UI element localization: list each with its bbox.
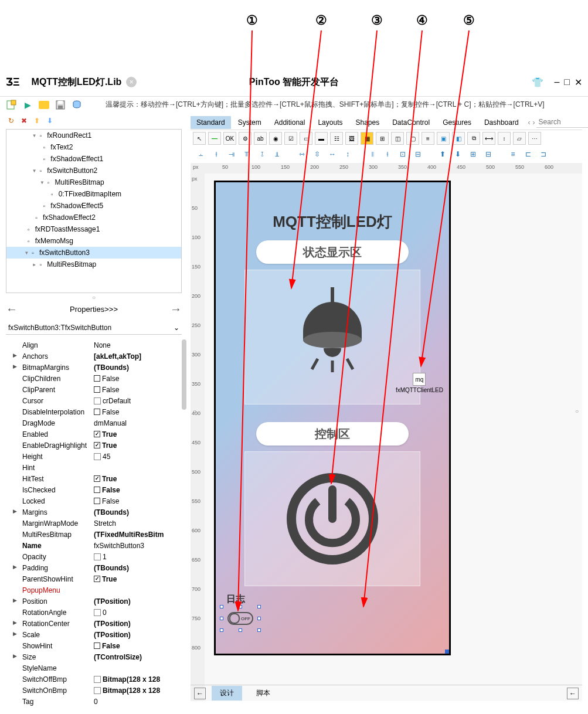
tab-script[interactable]: 脚本	[248, 686, 278, 701]
tree-item[interactable]: ▫0:TFixedBitmapItem	[6, 188, 181, 200]
chevron-down-icon[interactable]: ⌄	[174, 324, 179, 332]
property-row[interactable]: SwitchOffBmpBitmap(128 x 128	[6, 674, 182, 685]
nav-next-button[interactable]: →	[170, 302, 182, 316]
grid-comp-icon[interactable]: ⊞	[376, 132, 389, 145]
ruler-handle-right[interactable]: ○	[575, 408, 579, 414]
database-icon[interactable]	[72, 100, 82, 110]
radio-comp-icon[interactable]: ◉	[269, 132, 282, 145]
panel-comp-icon[interactable]: ▭	[300, 132, 312, 145]
tab-system[interactable]: System	[232, 116, 267, 129]
property-row[interactable]: AlignNone	[6, 339, 182, 351]
property-row[interactable]: Anchors[akLeft,akTop]	[6, 351, 182, 362]
same-width-icon[interactable]: ↔	[327, 149, 338, 159]
divider-handle[interactable]: ○	[6, 294, 182, 301]
status-display-box[interactable]	[244, 270, 420, 404]
selection-handles[interactable]	[222, 607, 259, 630]
tab-standard[interactable]: Standard	[191, 116, 231, 129]
property-row[interactable]: Hint	[6, 462, 182, 473]
property-row[interactable]: ClipParentFalse	[6, 384, 182, 395]
tab-datacontrol[interactable]: DataControl	[386, 116, 436, 129]
tab-shapes[interactable]: Shapes	[349, 116, 385, 129]
dist-h-icon[interactable]: ⇿	[296, 149, 308, 159]
label-comp-icon[interactable]: —	[208, 132, 221, 145]
align-left-icon[interactable]: ⫠	[195, 149, 207, 159]
property-row[interactable]: IsCheckedFalse	[6, 484, 182, 495]
minimize-button[interactable]: –	[554, 77, 559, 87]
center-v-icon[interactable]: ⊟	[412, 149, 424, 159]
design-surface[interactable]: MQTT控制LED灯 状态显示区 mq	[205, 174, 582, 701]
send-back-icon[interactable]: ⬇	[452, 149, 464, 159]
property-row[interactable]: ShowHintFalse	[6, 640, 182, 651]
property-row[interactable]: ClipChildrenFalse	[6, 373, 182, 384]
tab-dashboard[interactable]: Dashboard	[478, 116, 525, 129]
ungroup-icon[interactable]: ⊟	[482, 149, 494, 159]
bottom-prev-button[interactable]: ←	[194, 688, 206, 699]
delete-node-icon[interactable]: ✖	[21, 117, 30, 126]
tab-additional[interactable]: Additional	[268, 116, 311, 129]
tree-item[interactable]: ▫fxMemoMsg	[6, 235, 181, 247]
spin-comp-icon[interactable]: ↕	[498, 132, 511, 145]
more-comp-icon[interactable]: ⋯	[528, 132, 541, 145]
tree-item[interactable]: ▾ ▫fxSwitchButton3	[6, 247, 181, 259]
align-middle-icon[interactable]: ⫱	[256, 149, 268, 159]
phone-frame[interactable]: MQTT控制LED灯 状态显示区 mq	[214, 181, 451, 655]
control-box[interactable]	[244, 451, 420, 586]
rect-comp-icon[interactable]: ▬	[315, 132, 328, 145]
misc3-icon[interactable]: ⊐	[538, 149, 549, 159]
align-top-icon[interactable]: ⫪	[241, 149, 253, 159]
space-h-icon[interactable]: ⫴	[366, 149, 378, 159]
property-row[interactable]: SwitchOnBmpBitmap(128 x 128	[6, 685, 182, 696]
property-row[interactable]: Position(TPosition)	[6, 596, 182, 607]
scrollbar-thumb[interactable]	[182, 339, 186, 410]
property-row[interactable]: HitTestTrue	[6, 473, 182, 484]
ruler-handle-left[interactable]: ○	[193, 408, 196, 414]
progress-comp-icon[interactable]: ▱	[513, 132, 526, 145]
image-comp-icon[interactable]: 🖼	[345, 132, 358, 145]
stack-comp-icon[interactable]: ◧	[452, 132, 465, 145]
property-row[interactable]: CursorcrDefault	[6, 395, 182, 406]
tab-design[interactable]: 设计	[212, 686, 242, 701]
new-icon[interactable]	[6, 100, 16, 110]
property-row[interactable]: NamefxSwitchButton3	[6, 540, 182, 551]
property-row[interactable]: DisableInterpolationFalse	[6, 406, 182, 417]
property-row[interactable]: RotationCenter(TPosition)	[6, 618, 182, 629]
tab-layouts[interactable]: Layouts	[312, 116, 348, 129]
align-center-h-icon[interactable]: ⫲	[210, 149, 222, 159]
dist-v-icon[interactable]: ⇳	[311, 149, 323, 159]
button-comp-icon[interactable]: OK	[223, 132, 236, 145]
tree-item[interactable]: ▫fxShadowEffect2	[6, 212, 181, 223]
component-tree[interactable]: ▾ ▫fxRoundRect1 ▫fxText2 ▫fxShadowEffect…	[6, 129, 182, 293]
list-comp-icon[interactable]: ≡	[422, 132, 434, 145]
tree-item[interactable]: ▫fxShadowEffect1	[6, 153, 181, 165]
toolbar-comp-icon[interactable]: ▦	[361, 132, 373, 145]
property-row[interactable]: Tag0	[6, 696, 182, 707]
tab-gestures[interactable]: Gestures	[437, 116, 477, 129]
property-row[interactable]: BitmapMargins(TBounds)	[6, 362, 182, 373]
memo-comp-icon[interactable]: ☷	[330, 132, 343, 145]
layout-comp-icon[interactable]: ◫	[391, 132, 404, 145]
property-row[interactable]: RotationAngle0	[6, 607, 182, 618]
same-height-icon[interactable]: ↕	[342, 149, 354, 159]
group-comp-icon[interactable]: ⧉	[467, 132, 480, 145]
group-icon[interactable]: ⊞	[467, 149, 479, 159]
tree-item[interactable]: ▾ ▫fxRoundRect1	[6, 130, 181, 141]
space-v-icon[interactable]: ⫲	[382, 149, 393, 159]
open-icon[interactable]	[39, 100, 49, 110]
search-input[interactable]	[536, 117, 588, 128]
frame-comp-icon[interactable]: ▢	[406, 132, 419, 145]
property-row[interactable]: Size(TControlSize)	[6, 651, 182, 662]
misc2-icon[interactable]: ⊏	[522, 149, 534, 159]
palette-next-icon[interactable]: ›	[533, 118, 535, 127]
object-selector[interactable]: fxSwitchButton3:TfxSwitchButton ⌄	[6, 321, 182, 335]
maximize-button[interactable]: □	[564, 77, 570, 87]
palette-prev-icon[interactable]: ‹	[528, 118, 531, 127]
property-row[interactable]: MarginWrapModeStretch	[6, 518, 182, 529]
save-icon[interactable]	[55, 100, 66, 110]
selected-switch-button[interactable]: OFF	[224, 609, 257, 628]
property-row[interactable]: LockedFalse	[6, 495, 182, 506]
property-row[interactable]: StyleName	[6, 662, 182, 674]
tabs-comp-icon[interactable]: ▣	[437, 132, 450, 145]
property-row[interactable]: EnabledTrue	[6, 429, 182, 440]
property-row[interactable]: ParentShowHintTrue	[6, 573, 182, 584]
edit-comp-icon[interactable]: ab	[254, 132, 267, 145]
